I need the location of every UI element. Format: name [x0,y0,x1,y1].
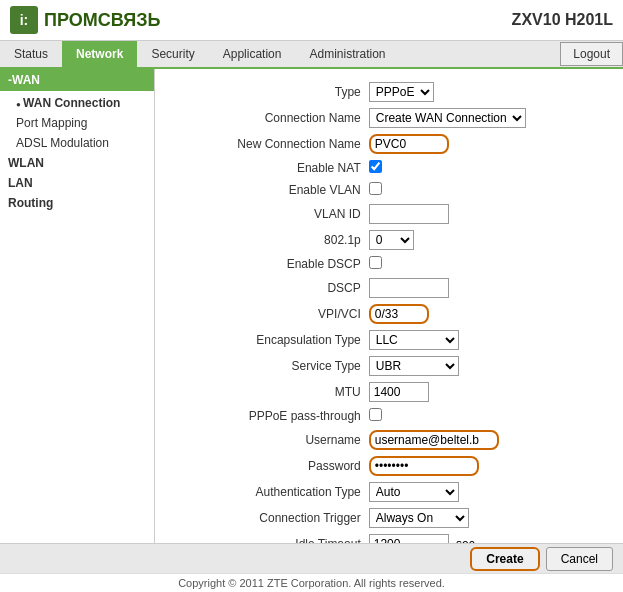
content-area: Type PPPoE Connection Name Create WAN Co… [155,69,623,543]
nav-bar: Status Network Security Application Admi… [0,41,623,69]
row-8021p: 802.1p 0 [175,227,603,253]
pppoe-passthrough-label: PPPoE pass-through [175,405,365,427]
type-label: Type [175,79,365,105]
username-cell [365,427,603,453]
sidebar-item-lan[interactable]: LAN [0,173,154,193]
row-vlan-id: VLAN ID [175,201,603,227]
dscp-label: DSCP [175,275,365,301]
sidebar-item-wan-connection[interactable]: WAN Connection [0,93,154,113]
encapsulation-cell: LLC [365,327,603,353]
conn-trigger-select[interactable]: Always On [369,508,469,528]
cancel-button[interactable]: Cancel [546,547,613,571]
password-label: Password [175,453,365,479]
enable-nat-label: Enable NAT [175,157,365,179]
row-username: Username [175,427,603,453]
sidebar-item-adsl-modulation[interactable]: ADSL Modulation [0,133,154,153]
logo-text: ПРОМСВЯЗЬ [44,10,160,31]
main-layout: -WAN WAN Connection Port Mapping ADSL Mo… [0,69,623,543]
mtu-input[interactable] [369,382,429,402]
logo-icon: i: [10,6,38,34]
sidebar-item-routing[interactable]: Routing [0,193,154,213]
enable-dscp-cell [365,253,603,275]
idle-timeout-cell: sec [365,531,603,543]
sidebar-section-wan: -WAN [0,69,154,91]
row-enable-dscp: Enable DSCP [175,253,603,275]
logo-icon-text: i: [20,12,29,28]
sidebar-item-wlan[interactable]: WLAN [0,153,154,173]
service-type-label: Service Type [175,353,365,379]
service-type-select[interactable]: UBR [369,356,459,376]
enable-dscp-checkbox[interactable] [369,256,382,269]
row-idle-timeout: Idle Timeout sec [175,531,603,543]
conn-trigger-cell: Always On [365,505,603,531]
vpivci-label: VPI/VCI [175,301,365,327]
pppoe-passthrough-cell [365,405,603,427]
encapsulation-label: Encapsulation Type [175,327,365,353]
vlan-id-cell [365,201,603,227]
row-enable-nat: Enable NAT [175,157,603,179]
nav-application[interactable]: Application [209,41,296,67]
auth-type-label: Authentication Type [175,479,365,505]
idle-timeout-label: Idle Timeout [175,531,365,543]
password-input[interactable] [369,456,479,476]
username-input[interactable] [369,430,499,450]
row-service-type: Service Type UBR [175,353,603,379]
8021p-select[interactable]: 0 [369,230,414,250]
vlan-id-label: VLAN ID [175,201,365,227]
footer: Create Cancel [0,543,623,573]
enable-vlan-checkbox[interactable] [369,182,382,195]
enable-vlan-label: Enable VLAN [175,179,365,201]
mtu-label: MTU [175,379,365,405]
nav-status[interactable]: Status [0,41,62,67]
connection-name-cell: Create WAN Connection [365,105,603,131]
copyright-text: Copyright © 2011 ZTE Corporation. All ri… [178,577,445,589]
mtu-cell [365,379,603,405]
pppoe-passthrough-checkbox[interactable] [369,408,382,421]
copyright-bar: Copyright © 2011 ZTE Corporation. All ri… [0,573,623,592]
new-connection-name-cell [365,131,603,157]
row-type: Type PPPoE [175,79,603,105]
sidebar: -WAN WAN Connection Port Mapping ADSL Mo… [0,69,155,543]
type-cell: PPPoE [365,79,603,105]
logo: i: ПРОМСВЯЗЬ [10,6,160,34]
new-connection-name-label: New Connection Name [175,131,365,157]
enable-nat-cell [365,157,603,179]
logout-button[interactable]: Logout [560,42,623,66]
row-mtu: MTU [175,379,603,405]
new-connection-name-input[interactable] [369,134,449,154]
device-name: ZXV10 H201L [512,11,613,29]
form-table: Type PPPoE Connection Name Create WAN Co… [175,79,603,543]
footer-buttons: Create Cancel [470,547,613,571]
idle-timeout-input[interactable] [369,534,449,543]
row-auth-type: Authentication Type Auto [175,479,603,505]
dscp-input[interactable] [369,278,449,298]
vpivci-input[interactable] [369,304,429,324]
row-conn-trigger: Connection Trigger Always On [175,505,603,531]
row-vpivci: VPI/VCI [175,301,603,327]
create-button[interactable]: Create [470,547,539,571]
enable-dscp-label: Enable DSCP [175,253,365,275]
type-select[interactable]: PPPoE [369,82,434,102]
nav-security[interactable]: Security [137,41,208,67]
auth-type-cell: Auto [365,479,603,505]
encapsulation-select[interactable]: LLC [369,330,459,350]
idle-timeout-unit: sec [456,537,475,543]
nav-administration[interactable]: Administration [295,41,399,67]
vlan-id-input[interactable] [369,204,449,224]
service-type-cell: UBR [365,353,603,379]
enable-vlan-cell [365,179,603,201]
row-connection-name: Connection Name Create WAN Connection [175,105,603,131]
vpivci-cell [365,301,603,327]
row-encapsulation: Encapsulation Type LLC [175,327,603,353]
nav-network[interactable]: Network [62,41,137,67]
conn-trigger-label: Connection Trigger [175,505,365,531]
enable-nat-checkbox[interactable] [369,160,382,173]
row-pppoe-passthrough: PPPoE pass-through [175,405,603,427]
row-enable-vlan: Enable VLAN [175,179,603,201]
8021p-cell: 0 [365,227,603,253]
row-dscp: DSCP [175,275,603,301]
auth-type-select[interactable]: Auto [369,482,459,502]
connection-name-select[interactable]: Create WAN Connection [369,108,526,128]
connection-name-label: Connection Name [175,105,365,131]
sidebar-item-port-mapping[interactable]: Port Mapping [0,113,154,133]
